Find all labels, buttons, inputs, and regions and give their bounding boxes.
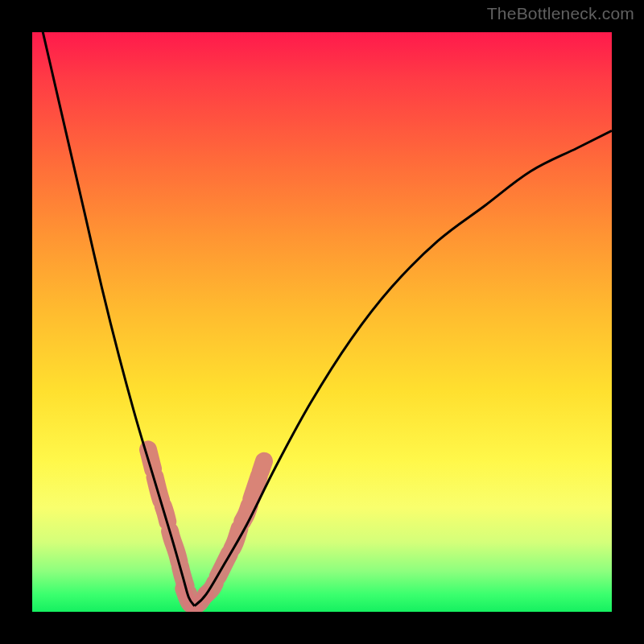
chart-frame: TheBottleneck.com bbox=[0, 0, 644, 644]
curve-right-branch bbox=[195, 130, 612, 605]
curve-layer bbox=[32, 32, 612, 612]
salmon-overlay-right bbox=[206, 461, 264, 595]
plot-area bbox=[32, 32, 612, 612]
watermark-text: TheBottleneck.com bbox=[487, 4, 634, 23]
